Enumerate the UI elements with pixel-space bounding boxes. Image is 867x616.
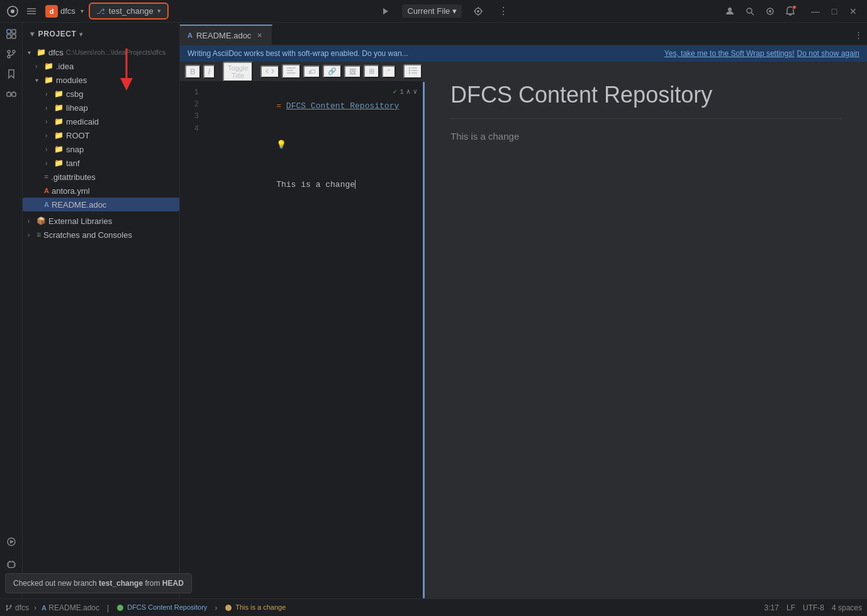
italic-button[interactable]: I (203, 65, 215, 79)
tree-gitattributes[interactable]: = .gitattributes (23, 170, 179, 184)
tanf-label: tanf (66, 159, 80, 168)
panel-chevron-small: ▾ (79, 31, 83, 38)
tree-idea[interactable]: › 📁 .idea (23, 59, 179, 73)
status-left: dfcs › A README.adoc | DFCS Content Repo… (5, 603, 286, 612)
main-area: ▾ Project ▾ ▾ 📁 dfcs C:\Users\roh...\Ide… (0, 23, 867, 598)
table-button[interactable]: ⊞ (364, 65, 379, 78)
tree-scratches[interactable]: › ≡ Scratches and Consoles (23, 228, 179, 242)
settings-run-button[interactable] (469, 3, 487, 20)
status-position[interactable]: 3:17 (764, 603, 779, 612)
status-encoding[interactable]: UTF-8 (803, 603, 824, 612)
align-button[interactable] (282, 64, 301, 79)
svg-point-54 (225, 605, 232, 611)
quote-button[interactable]: " (382, 65, 395, 78)
settings-button[interactable] (761, 3, 779, 20)
tree-snap[interactable]: › 📁 snap (23, 142, 179, 156)
branch-chevron-icon: ▾ (157, 7, 161, 15)
label-button[interactable]: 🏷 (303, 65, 320, 78)
dismiss-notification[interactable]: Do not show again (797, 49, 859, 58)
tree-medicaid[interactable]: › 📁 medicaid (23, 115, 179, 128)
file-tree: ▾ 📁 dfcs C:\Users\roh...\IdeaProjects\df… (23, 45, 179, 598)
svg-marker-30 (10, 540, 14, 544)
root-folder-icon2: 📁 (54, 131, 64, 140)
svg-point-46 (408, 72, 410, 74)
run-icon-side[interactable] (3, 533, 20, 551)
line-num-1: 1 (180, 87, 199, 99)
project-view-icon[interactable] (3, 25, 20, 43)
snap-label: snap (66, 145, 84, 154)
run-button[interactable] (377, 3, 394, 20)
debug-icon[interactable] (3, 556, 20, 573)
liheap-chevron: › (45, 104, 53, 111)
svg-rect-20 (12, 35, 16, 38)
preview-heading: DFCS Content Repository (450, 82, 842, 119)
readme-tab[interactable]: A README.adoc ✕ (180, 25, 272, 45)
breadcrumb2-text: This is a change (235, 603, 286, 611)
snap-chevron: › (45, 146, 53, 153)
link-button[interactable]: 🔗 (323, 65, 342, 78)
antora-file-icon: A (44, 187, 49, 194)
svg-rect-24 (7, 92, 11, 96)
code-button[interactable] (260, 65, 279, 78)
plugins-icon[interactable] (3, 86, 20, 103)
tree-root[interactable]: ▾ 📁 dfcs C:\Users\roh...\IdeaProjects\df… (23, 45, 179, 59)
status-file-icon: A (42, 604, 47, 612)
more-options-button[interactable]: ⋮ (495, 3, 512, 20)
code-editor: B I Toggle Title (180, 62, 425, 598)
tree-external-libs[interactable]: › 📦 External Libraries (23, 214, 179, 228)
project-panel-header[interactable]: ▾ Project ▾ (23, 23, 179, 45)
svg-point-22 (13, 50, 15, 53)
root-path: C:\Users\roh...\IdeaProjects\dfcs (66, 48, 165, 56)
status-indent[interactable]: 4 spaces (832, 603, 862, 612)
hamburger-button[interactable] (23, 3, 40, 20)
tree-tanf[interactable]: › 📁 tanf (23, 156, 179, 170)
status-breadcrumb2: This is a change (225, 603, 286, 612)
current-file-chevron: ▾ (452, 6, 457, 16)
branch-tab[interactable]: ⎇ test_change ▾ (89, 3, 169, 20)
cursor (355, 180, 355, 189)
soft-wrap-link[interactable]: Yes, take me to the Soft Wrap settings! (664, 49, 795, 58)
status-file[interactable]: A README.adoc (42, 603, 99, 612)
svg-point-13 (747, 8, 752, 13)
svg-line-36 (9, 561, 10, 562)
list-button[interactable] (403, 64, 422, 79)
ext-chevron: › (28, 218, 35, 225)
image-button[interactable]: 🖼 (344, 65, 361, 78)
search-button[interactable] (741, 3, 759, 20)
tab-more-button[interactable]: ⋮ (849, 25, 867, 45)
maximize-button[interactable]: □ (825, 3, 843, 20)
toast-notification: Checked out new branch test_change from … (5, 573, 192, 593)
tree-liheap[interactable]: › 📁 liheap (23, 101, 179, 115)
medicaid-chevron: › (45, 118, 53, 125)
user-icon[interactable] (721, 3, 739, 20)
bookmarks-icon[interactable] (3, 65, 20, 83)
tree-root-folder[interactable]: › 📁 ROOT (23, 128, 179, 142)
tab-file-icon: A (187, 31, 193, 39)
root-chevron: ▾ (28, 49, 35, 56)
app-icon (5, 4, 20, 19)
tree-antora[interactable]: A antora.yml (23, 184, 179, 198)
toggle-title-button[interactable]: Toggle Title (223, 62, 253, 82)
tab-close-button[interactable]: ✕ (255, 31, 264, 40)
vcs-icon[interactable] (3, 45, 20, 63)
breadcrumb-arrow: › (215, 603, 217, 612)
project-name[interactable]: dfcs (60, 6, 76, 16)
status-branch[interactable]: dfcs (5, 603, 29, 612)
check-down: ∨ (413, 87, 417, 98)
current-file-button[interactable]: Current File ▾ (402, 4, 462, 18)
notifications-button[interactable] (781, 3, 799, 20)
title-bar: d dfcs ▾ ⎇ test_change ▾ Current File ▾ (0, 0, 867, 23)
check-indicator: ✓ 1 ∧ ∨ (393, 87, 417, 98)
status-line-ending[interactable]: LF (786, 603, 795, 612)
svg-rect-2 (27, 8, 36, 9)
tree-modules[interactable]: ▾ 📁 modules (23, 73, 179, 87)
bold-button[interactable]: B (185, 65, 201, 79)
tree-csbg[interactable]: › 📁 csbg (23, 87, 179, 101)
minimize-button[interactable]: — (807, 3, 824, 20)
close-button[interactable]: ✕ (844, 3, 862, 20)
readme-label: README.adoc (52, 200, 106, 210)
line-numbers: 1 2 3 4 (180, 82, 203, 598)
tree-readme[interactable]: A README.adoc (23, 198, 179, 211)
code-content[interactable]: = DFCS Content Repository ✓ 1 ∧ ∨ 💡 (203, 82, 425, 598)
svg-rect-4 (27, 13, 36, 14)
